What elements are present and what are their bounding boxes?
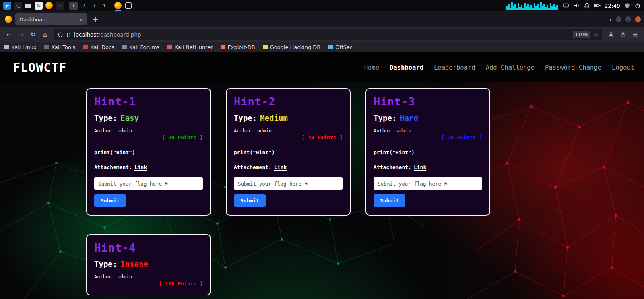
nav-add-challenge[interactable]: Add Challenge: [486, 64, 535, 71]
firefox-logo-icon[interactable]: [5, 16, 12, 23]
submit-flag-button[interactable]: Submit: [234, 194, 266, 207]
bookmark-kali-forums[interactable]: Kali Forums: [122, 44, 160, 50]
type-value-link[interactable]: Medium: [260, 113, 288, 122]
list-tabs-chevron-icon[interactable]: ▾: [609, 16, 612, 22]
type-value-link[interactable]: Insane: [120, 260, 148, 268]
nav-dashboard[interactable]: Dashboard: [390, 64, 423, 71]
challenge-type-row: Type:Easy: [94, 113, 203, 122]
zoom-level-indicator[interactable]: 110%: [573, 31, 591, 38]
display-icon[interactable]: [563, 2, 569, 9]
bookmark-favicon: [122, 45, 127, 49]
cpu-graph[interactable]: [506, 1, 559, 10]
nav-logout[interactable]: Logout: [612, 64, 634, 71]
minimize-button[interactable]: –: [616, 16, 621, 22]
type-value-link[interactable]: Hard: [400, 113, 418, 122]
screenshot-tool-icon[interactable]: [124, 2, 132, 10]
apps-dropdown-icon[interactable]: ▾: [56, 2, 64, 10]
clock[interactable]: 22:49: [605, 3, 620, 9]
site-logo: FLOWCTF: [13, 60, 66, 74]
challenge-points: [ 100 Points ]: [94, 280, 203, 287]
flag-input[interactable]: [374, 177, 482, 190]
challenge-card-hint-4: Hint-4 Type:Insane Author: admin [ 100 P…: [86, 234, 211, 295]
forward-button[interactable]: →: [15, 29, 27, 40]
bookmark-favicon: [4, 45, 9, 49]
bookmark-exploit-db[interactable]: Exploit-DB: [221, 44, 255, 50]
bookmark-favicon: [83, 45, 88, 49]
flag-input[interactable]: [94, 177, 203, 190]
attachment-row: Attachement:Link: [234, 164, 343, 170]
tab-dashboard[interactable]: Dashboard ×: [15, 13, 87, 25]
challenge-title: Hint-1: [94, 95, 203, 108]
browser-toolbar: ← → ↻ ⌂ localhost/dashboard.php 110% ☆: [0, 27, 644, 42]
back-button[interactable]: ←: [3, 29, 14, 40]
text-editor-icon[interactable]: [35, 2, 43, 10]
system-bar: >_ ▾ 1 2 3 4 22:49: [0, 0, 644, 11]
submit-flag-button[interactable]: Submit: [94, 194, 126, 207]
extensions-icon[interactable]: [617, 29, 629, 40]
bookmark-offsec[interactable]: OffSec: [328, 44, 353, 50]
workspace-2[interactable]: 2: [79, 2, 88, 10]
new-tab-button[interactable]: +: [90, 15, 101, 23]
bookmark-google-hacking-db[interactable]: Google Hacking DB: [263, 44, 321, 50]
flag-input[interactable]: [234, 177, 343, 190]
tab-close-icon[interactable]: ×: [78, 16, 83, 23]
battery-icon[interactable]: [594, 2, 601, 9]
notifications-icon[interactable]: [584, 2, 590, 9]
volume-icon[interactable]: [573, 2, 580, 9]
account-icon[interactable]: [605, 29, 617, 40]
url-bar[interactable]: localhost/dashboard.php 110% ☆: [54, 29, 602, 40]
tab-title: Dashboard: [19, 16, 48, 23]
nav-home[interactable]: Home: [364, 64, 379, 71]
nav-password-change[interactable]: Password-Change: [545, 64, 601, 71]
system-tray: 22:49: [506, 1, 641, 10]
menu-icon[interactable]: [630, 29, 641, 40]
page-info-icon[interactable]: [66, 32, 71, 38]
challenge-type-row: Type:Hard: [374, 113, 482, 122]
home-button[interactable]: ⌂: [39, 29, 51, 40]
bookmark-favicon: [328, 45, 333, 49]
attachment-link[interactable]: Link: [134, 164, 147, 170]
challenge-description: print("Hint"): [234, 149, 343, 155]
firefox-icon[interactable]: [45, 2, 53, 10]
challenge-grid: Hint-1 Type:Easy Author: admin [ 20 Poin…: [0, 82, 493, 295]
maximize-button[interactable]: ▫: [625, 16, 631, 22]
bookmark-kali-docs[interactable]: Kali Docs: [83, 44, 114, 50]
firefox-active-icon[interactable]: [114, 2, 122, 10]
challenge-card-hint-1: Hint-1 Type:Easy Author: admin [ 20 Poin…: [86, 88, 211, 216]
bookmark-kali-tools[interactable]: Kali Tools: [44, 44, 76, 50]
attachment-row: Attachement:Link: [94, 164, 203, 170]
workspace-switcher: 1 2 3 4: [69, 2, 108, 10]
type-value-link[interactable]: Easy: [120, 113, 139, 122]
tracking-protection-shield-icon[interactable]: [58, 32, 63, 38]
workspace-4[interactable]: 4: [99, 2, 108, 10]
power-icon[interactable]: [634, 2, 641, 9]
terminal-icon[interactable]: >_: [14, 2, 22, 10]
site-header: FLOWCTF Home Dashboard Leaderboard Add C…: [0, 52, 644, 82]
workspace-3[interactable]: 3: [89, 2, 98, 10]
reload-button[interactable]: ↻: [27, 29, 39, 40]
attachment-link[interactable]: Link: [274, 164, 287, 170]
nav-leaderboard[interactable]: Leaderboard: [434, 64, 475, 71]
bookmark-favicon: [221, 45, 225, 49]
bookmarks-bar: Kali Linux Kali Tools Kali Docs Kali For…: [0, 42, 644, 52]
files-icon[interactable]: [24, 2, 32, 10]
url-text[interactable]: localhost/dashboard.php: [74, 31, 570, 38]
challenge-points: [ 20 Points ]: [94, 134, 203, 140]
bookmark-star-icon[interactable]: ☆: [593, 31, 599, 38]
vpn-shield-icon[interactable]: [624, 2, 630, 9]
challenge-points: [ 70 Points ]: [374, 134, 482, 140]
close-window-button[interactable]: ×: [635, 16, 641, 22]
bookmark-kali-linux[interactable]: Kali Linux: [4, 44, 37, 50]
url-host: localhost: [74, 31, 99, 38]
attachment-label: Attachement:: [94, 164, 132, 170]
challenge-type-row: Type:Medium: [234, 113, 343, 122]
workspace-1[interactable]: 1: [69, 2, 78, 10]
type-label: Type:: [234, 113, 257, 122]
bookmark-kali-nethunter[interactable]: Kali NetHunter: [167, 44, 213, 50]
attachment-link[interactable]: Link: [414, 164, 426, 170]
kali-menu-icon[interactable]: [3, 2, 11, 10]
attachment-label: Attachement:: [234, 164, 272, 170]
app-launchers: >_ ▾: [3, 2, 64, 10]
challenge-title: Hint-3: [374, 95, 482, 108]
submit-flag-button[interactable]: Submit: [374, 194, 405, 207]
